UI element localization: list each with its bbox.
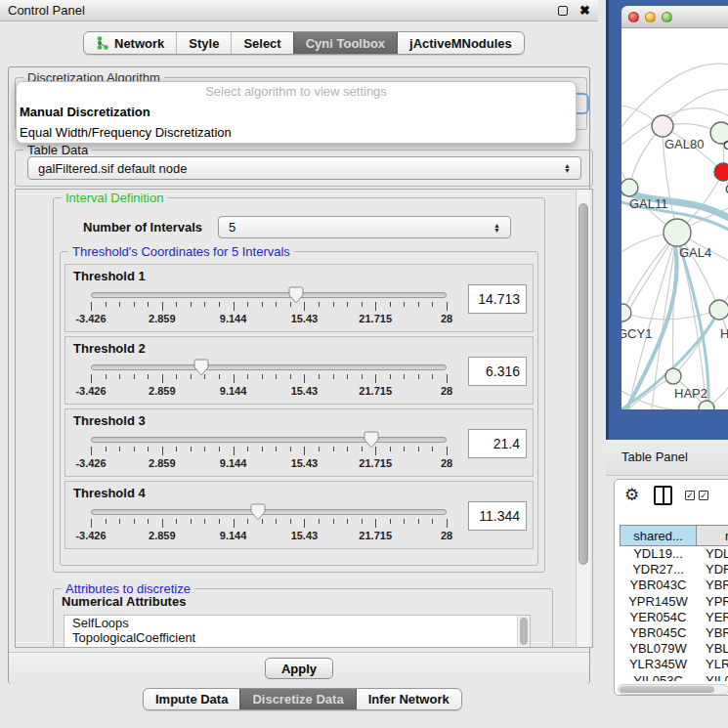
- table-horizontal-scrollbar[interactable]: [618, 684, 728, 695]
- table-panel-title: Table Panel: [621, 450, 688, 464]
- close-icon[interactable]: ✖: [579, 3, 590, 18]
- tab-cyni-toolbox[interactable]: Cyni Toolbox: [293, 32, 397, 54]
- threshold-1-value-field[interactable]: 14.713: [468, 284, 527, 314]
- node-gal11[interactable]: [621, 179, 638, 196]
- slider-track[interactable]: [91, 364, 447, 370]
- attribute-item[interactable]: BetweennessCentrality: [64, 645, 530, 648]
- tab-discretize-data[interactable]: Discretize Data: [239, 689, 355, 709]
- numerical-attributes-label: Numerical Attributes: [62, 594, 186, 609]
- node-bottom[interactable]: [699, 401, 714, 409]
- tab-impute-data[interactable]: Impute Data: [144, 689, 239, 709]
- node-h[interactable]: [709, 300, 728, 320]
- settings-vertical-scrollbar[interactable]: [576, 190, 590, 647]
- threshold-3-slider[interactable]: -3.426 2.859 9.144 15.43 21.715 28: [91, 437, 447, 476]
- slider-track[interactable]: [91, 437, 447, 443]
- node-hap2[interactable]: [665, 368, 681, 384]
- tab-infer-network[interactable]: Infer Network: [356, 689, 461, 709]
- threshold-3-value-field[interactable]: 21.4: [468, 429, 527, 458]
- scrollbar-thumb[interactable]: [578, 203, 588, 565]
- table-row[interactable]: YER054CYER0: [620, 610, 728, 625]
- apply-button[interactable]: Apply: [265, 658, 333, 679]
- combo-spinner-icon: ▲▼: [564, 163, 571, 173]
- network-graph: GAL80 G C GAL11 GAL4 GCY1 H HAP2: [621, 28, 728, 409]
- node-gal80[interactable]: [652, 115, 673, 137]
- network-canvas[interactable]: GAL80 G C GAL11 GAL4 GCY1 H HAP2: [621, 28, 728, 409]
- threshold-2-label: Threshold 2: [73, 341, 146, 356]
- scrollbar-thumb[interactable]: [620, 686, 714, 693]
- algorithm-option-equal-width[interactable]: Equal Width/Frequency Discretization: [17, 122, 576, 143]
- thresholds-legend: Threshold's Coordinates for 5 Intervals: [68, 244, 294, 259]
- apply-strip: Apply: [9, 652, 589, 684]
- checkbox-icon[interactable]: ✓: [699, 491, 708, 500]
- slider-handle[interactable]: [364, 431, 379, 449]
- algorithm-option-manual[interactable]: Manual Discretization: [17, 102, 576, 122]
- threshold-3-row: Threshold 3 -3.426 2.859 9.144 15.43 21.…: [64, 408, 534, 477]
- cyni-bottom-tabbar: Impute Data Discretize Data Infer Networ…: [143, 688, 462, 710]
- node-label: HAP2: [674, 386, 707, 401]
- node-table-body: YDL19...YDL1 YDR27...YDR2 YBR043CYBR0 YP…: [620, 546, 728, 681]
- slider-track[interactable]: [91, 509, 447, 515]
- number-of-intervals-combobox[interactable]: 5 ▲▼: [218, 216, 511, 238]
- table-row[interactable]: YLR345WYLR3: [620, 657, 728, 672]
- table-row[interactable]: YDL19...YDL1: [620, 546, 728, 562]
- threshold-2-row: Threshold 2 -3.426 2.859 9.144 15.43 21.…: [64, 336, 534, 405]
- attributes-group: Attributes to discretize Numerical Attri…: [53, 588, 553, 648]
- threshold-1-row: Threshold 1 -3.426 2.859 9.144 15.43 21.…: [64, 264, 534, 332]
- node-gal4[interactable]: [664, 219, 691, 246]
- table-data-legend: Table Data: [23, 143, 92, 157]
- table-data-group: Table Data galFiltered.sif default node …: [15, 150, 593, 187]
- table-row[interactable]: YPR145WYPR1: [620, 594, 728, 610]
- node-label: GAL11: [629, 196, 668, 211]
- attributes-list-scrollbar[interactable]: [517, 616, 530, 648]
- close-traffic-light-icon[interactable]: [628, 12, 639, 22]
- threshold-4-value-field[interactable]: 11.344: [468, 501, 527, 531]
- interval-definition-legend: Interval Definition: [62, 191, 167, 205]
- network-window-titlebar[interactable]: [621, 6, 728, 28]
- table-panel-card: ⚙ ✓ ✓ shared... na YDL19...YDL1 YDR27...…: [614, 479, 728, 696]
- slider-handle[interactable]: [193, 359, 209, 376]
- checkbox-icon[interactable]: ✓: [685, 491, 695, 500]
- window-title: Control Panel: [8, 3, 558, 18]
- slider-track[interactable]: [91, 292, 447, 298]
- threshold-4-slider[interactable]: -3.426 2.859 9.144 15.43 21.715 28: [91, 509, 447, 548]
- thresholds-group: Threshold's Coordinates for 5 Intervals …: [60, 251, 538, 566]
- number-of-intervals-label: Number of Intervals: [83, 220, 202, 235]
- node-label: H: [720, 326, 728, 341]
- threshold-1-label: Threshold 1: [73, 269, 146, 283]
- settings-scroll-panel: Interval Definition Number of Intervals …: [15, 189, 593, 648]
- node-red-selected[interactable]: [714, 163, 728, 181]
- slider-handle[interactable]: [288, 286, 304, 304]
- threshold-4-row: Threshold 4 -3.426 2.859 9.144 15.43 21.…: [64, 481, 534, 549]
- attribute-item[interactable]: TopologicalCoefficient: [64, 630, 530, 645]
- table-row[interactable]: YBR045CYBR0: [620, 625, 728, 641]
- column-header-shared[interactable]: shared...: [620, 525, 697, 546]
- table-row[interactable]: YBL079WYBL0: [620, 641, 728, 657]
- float-window-icon[interactable]: [558, 6, 568, 16]
- slider-handle[interactable]: [250, 503, 266, 521]
- tab-jactivemnodules[interactable]: jActiveMNodules: [397, 32, 524, 54]
- threshold-3-label: Threshold 3: [73, 413, 146, 428]
- threshold-4-label: Threshold 4: [73, 486, 146, 500]
- numerical-attributes-list: SelfLoops TopologicalCoefficient Between…: [64, 615, 531, 648]
- tab-select[interactable]: Select: [231, 32, 292, 54]
- node-gcy1[interactable]: [621, 304, 631, 321]
- tab-network[interactable]: Network: [84, 32, 176, 54]
- threshold-2-value-field[interactable]: 6.316: [468, 357, 527, 386]
- split-columns-icon[interactable]: [654, 486, 672, 505]
- column-header-name[interactable]: na: [696, 525, 728, 546]
- table-data-combobox[interactable]: galFiltered.sif default node ▲▼: [27, 156, 581, 180]
- zoom-traffic-light-icon[interactable]: [662, 12, 672, 22]
- tab-style[interactable]: Style: [176, 32, 231, 54]
- combo-spinner-icon: ▲▼: [493, 223, 500, 233]
- attribute-item[interactable]: SelfLoops: [64, 616, 530, 630]
- cyni-toolbox-panel: Discretization Algorithm Select algorith…: [8, 66, 590, 684]
- gear-icon[interactable]: ⚙: [624, 486, 639, 505]
- threshold-2-slider[interactable]: -3.426 2.859 9.144 15.43 21.715 28: [91, 364, 447, 404]
- table-row[interactable]: YBR043CYBR0: [620, 578, 728, 593]
- table-row[interactable]: YIL053CYIL0: [620, 673, 728, 682]
- table-row[interactable]: YDR27...YDR2: [620, 562, 728, 578]
- threshold-1-slider[interactable]: -3.426 2.859 9.144 15.43 21.715 28: [91, 292, 447, 331]
- node-label: GAL4: [679, 245, 711, 260]
- minimize-traffic-light-icon[interactable]: [645, 12, 656, 22]
- interval-definition-group: Interval Definition Number of Intervals …: [53, 197, 545, 573]
